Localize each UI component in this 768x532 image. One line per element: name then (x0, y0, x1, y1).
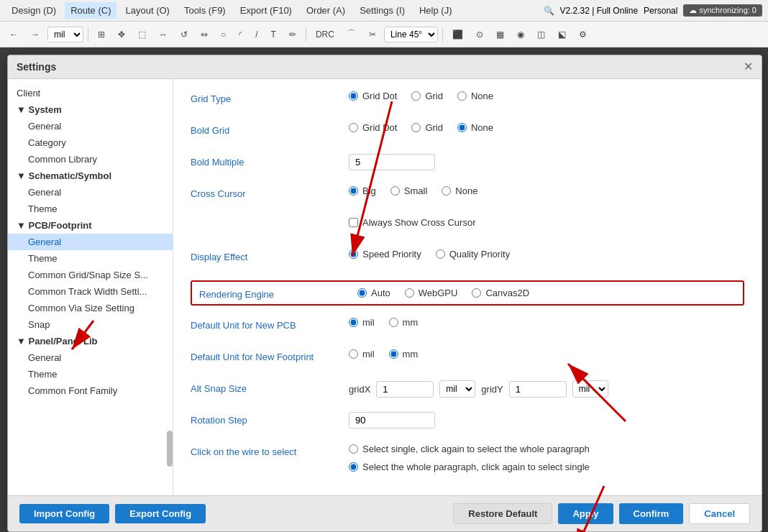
always-show-checkbox-label[interactable]: Always Show Cross Cursor (349, 217, 476, 228)
click-wire-single[interactable]: Select single, click again to select the… (349, 444, 590, 454)
tree-sch-general[interactable]: General (8, 184, 173, 201)
grid-type-none[interactable]: None (457, 91, 493, 101)
tree-pcb-grid[interactable]: Common Grid/Snap Size S... (8, 267, 173, 283)
bold-grid-none[interactable]: None (457, 122, 493, 133)
toolbar-hole[interactable]: ◉ (512, 27, 529, 42)
default-unit-pcb-label: Default Unit for New PCB (191, 317, 349, 331)
tree-pcb[interactable]: ▼ PCB/Footprint (8, 217, 173, 234)
display-quality[interactable]: Quality Priority (436, 249, 511, 260)
gridy-input[interactable] (509, 381, 567, 398)
grid-type-dot[interactable]: Grid Dot (349, 91, 397, 101)
rotation-step-row: Rotation Step (191, 412, 744, 432)
tree-pcb-theme[interactable]: Theme (8, 250, 173, 267)
cross-cursor-big[interactable]: Big (349, 185, 376, 196)
pcb-unit-mil[interactable]: mil (349, 317, 375, 328)
grid-type-grid[interactable]: Grid (411, 91, 443, 101)
close-button[interactable]: ✕ (744, 61, 753, 73)
tree-pcb-via[interactable]: Common Via Size Setting (8, 300, 173, 316)
angle-select[interactable]: Line 45° Line 90° (384, 27, 438, 42)
menu-bar: Design (D) Route (C) Layout (O) Tools (F… (0, 0, 768, 22)
tree-panel-general[interactable]: General (8, 349, 173, 366)
rendering-webgpu[interactable]: WebGPU (405, 288, 458, 298)
gridy-unit-select[interactable]: mil mm (572, 380, 608, 398)
tree-sys-category[interactable]: Category (8, 134, 173, 151)
display-speed[interactable]: Speed Priority (349, 249, 421, 260)
unit-select[interactable]: mil mm (47, 27, 83, 42)
toolbar-redo[interactable]: → (26, 27, 45, 42)
snap-controls: gridX mil mm gridY mil mm (349, 380, 608, 398)
dialog-title: Settings (17, 61, 56, 73)
tree-pcb-general[interactable]: General (8, 234, 173, 250)
tree-sys-library[interactable]: Common Library (8, 151, 173, 168)
toolbar-copper[interactable]: ▦ (491, 27, 509, 42)
default-unit-fp-controls: mil mm (349, 349, 418, 359)
toolbar-wire[interactable]: ⌒ (342, 26, 361, 42)
menu-order[interactable]: Order (A) (301, 2, 351, 19)
cancel-button[interactable]: Cancel (689, 503, 750, 524)
menu-export[interactable]: Export (F10) (234, 2, 298, 19)
tree-panel-font[interactable]: Common Font Family (8, 382, 173, 399)
toolbar-measure[interactable]: ⬕ (553, 27, 571, 42)
confirm-button[interactable]: Confirm (619, 503, 684, 524)
gridx-unit-select[interactable]: mil mm (439, 380, 475, 398)
fp-unit-mil[interactable]: mil (349, 349, 375, 359)
alt-snap-size-row: Alt Snap Size gridX mil mm gridY mil mm (191, 380, 744, 400)
toolbar-via[interactable]: ⊙ (471, 27, 488, 42)
toolbar-undo[interactable]: ← (4, 27, 23, 42)
toolbar-snap[interactable]: ✥ (113, 27, 130, 42)
rendering-auto[interactable]: Auto (357, 288, 390, 298)
gridx-input[interactable] (376, 381, 434, 398)
tree-panel-theme[interactable]: Theme (8, 366, 173, 382)
toolbar-rotate[interactable]: ↺ (175, 27, 193, 42)
toolbar-3d[interactable]: ◫ (532, 27, 550, 42)
bold-grid-dot[interactable]: Grid Dot (349, 122, 397, 133)
tree-pcb-track[interactable]: Common Track Width Setti... (8, 283, 173, 300)
toolbar-pad[interactable]: ⬛ (447, 27, 468, 42)
toolbar-text[interactable]: T (266, 27, 281, 42)
toolbar-grid[interactable]: ⊞ (93, 27, 110, 42)
fp-unit-mm[interactable]: mm (389, 349, 419, 359)
click-wire-controls: Select single, click again to select the… (349, 444, 590, 472)
always-show-checkbox[interactable] (349, 218, 358, 227)
toolbar-line[interactable]: / (250, 27, 262, 42)
bold-grid-grid[interactable]: Grid (411, 122, 443, 133)
apply-button[interactable]: Apply (558, 503, 613, 524)
tree-pcb-snap[interactable]: Snap (8, 316, 173, 333)
import-config-button[interactable]: Import Config (19, 504, 109, 523)
pcb-unit-mm[interactable]: mm (389, 317, 419, 328)
export-config-button[interactable]: Export Config (115, 504, 206, 523)
tree-schematic[interactable]: ▼ Schematic/Symbol (8, 168, 173, 184)
toolbar-move[interactable]: ↔ (154, 27, 173, 42)
toolbar-cut[interactable]: ✂ (364, 27, 381, 42)
menu-design[interactable]: Design (D) (6, 2, 62, 19)
sync-button[interactable]: ☁ synchronizing: 0 (683, 4, 762, 17)
toolbar-arc[interactable]: ◜ (234, 27, 247, 42)
cross-cursor-small[interactable]: Small (390, 185, 428, 196)
menu-route[interactable]: Route (C) (65, 2, 116, 19)
toolbar-settings[interactable]: ⚙ (574, 27, 592, 42)
rotation-step-input[interactable] (349, 412, 435, 428)
tree-system[interactable]: ▼ System (8, 101, 173, 118)
tree-sch-theme[interactable]: Theme (8, 201, 173, 217)
gridx-label: gridX (349, 384, 370, 395)
menu-layout[interactable]: Layout (O) (119, 2, 175, 19)
tree-client[interactable]: Client (8, 85, 173, 101)
menu-help[interactable]: Help (J) (413, 2, 458, 19)
rendering-canvas2d[interactable]: Canvas2D (472, 288, 529, 298)
grid-type-label: Grid Type (191, 91, 349, 104)
tree-panel[interactable]: ▼ Panel/Panel Lib (8, 333, 173, 349)
menu-settings[interactable]: Settings (I) (354, 2, 411, 19)
tree-panel: Client ▼ System General Category Common … (8, 79, 173, 495)
toolbar-flip[interactable]: ⇔ (196, 27, 213, 42)
tree-sys-general[interactable]: General (8, 118, 173, 134)
cross-cursor-none[interactable]: None (442, 185, 477, 196)
toolbar-pen[interactable]: ✏ (284, 27, 301, 42)
search-icon[interactable]: 🔍 (544, 6, 554, 16)
click-wire-whole[interactable]: Select the whole paragraph, click again … (349, 462, 590, 472)
bold-multiple-input[interactable] (349, 154, 435, 170)
toolbar-drc[interactable]: DRC (311, 27, 339, 42)
menu-tools[interactable]: Tools (F9) (178, 2, 232, 19)
restore-default-button[interactable]: Restore Default (453, 503, 552, 524)
toolbar-circle[interactable]: ○ (216, 27, 231, 42)
toolbar-select[interactable]: ⬚ (133, 27, 151, 42)
